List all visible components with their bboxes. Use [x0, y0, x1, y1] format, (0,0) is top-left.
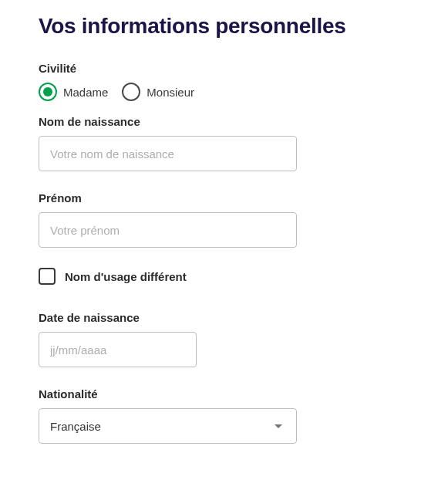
- first-name-field: Prénom: [39, 191, 409, 248]
- page-title: Vos informations personnelles: [39, 14, 409, 39]
- birth-date-field: Date de naissance: [39, 311, 409, 367]
- radio-monsieur-label: Monsieur: [147, 86, 194, 99]
- nationality-label: Nationalité: [39, 387, 409, 401]
- chevron-down-icon: [275, 424, 282, 428]
- birth-name-input[interactable]: [39, 136, 297, 171]
- radio-madame[interactable]: Madame: [39, 83, 108, 101]
- nationality-select[interactable]: Française: [39, 408, 297, 444]
- nationality-selected-value: Française: [50, 420, 101, 433]
- birth-name-label: Nom de naissance: [39, 115, 409, 128]
- first-name-input[interactable]: [39, 212, 297, 248]
- different-usage-name-label: Nom d'usage différent: [65, 270, 187, 283]
- birth-date-input[interactable]: [39, 332, 197, 367]
- different-usage-name-checkbox[interactable]: Nom d'usage différent: [39, 268, 409, 285]
- radio-madame-label: Madame: [63, 86, 108, 99]
- radio-monsieur[interactable]: Monsieur: [122, 83, 194, 101]
- first-name-label: Prénom: [39, 191, 409, 205]
- radio-unselected-icon: [122, 83, 140, 101]
- checkbox-unchecked-icon: [39, 268, 56, 285]
- radio-selected-icon: [39, 83, 57, 101]
- civility-field: Civilité Madame Monsieur Nom de naissanc…: [39, 62, 409, 171]
- civility-radio-group: Madame Monsieur: [39, 83, 409, 101]
- civility-label: Civilité: [39, 62, 409, 75]
- birth-date-label: Date de naissance: [39, 311, 409, 324]
- nationality-field: Nationalité Française: [39, 387, 409, 444]
